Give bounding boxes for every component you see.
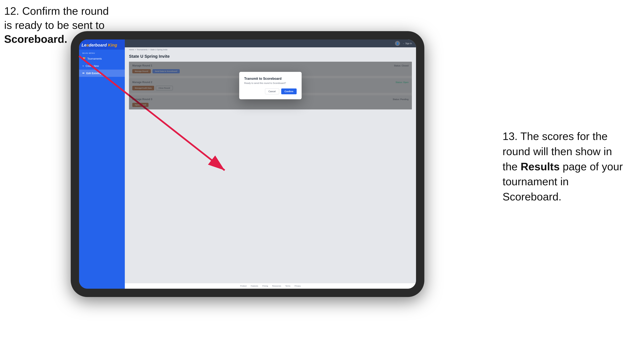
modal-buttons: Cancel Confirm bbox=[244, 88, 296, 94]
tablet-device: Leaderboard King MAIN MENU 🏆 Tournaments… bbox=[71, 31, 424, 297]
footer-privacy[interactable]: Privacy bbox=[294, 285, 301, 287]
sidebar: Leaderboard King MAIN MENU 🏆 Tournaments… bbox=[79, 39, 125, 289]
footer-terms[interactable]: Terms bbox=[286, 285, 290, 287]
modal-confirm-button[interactable]: Confirm bbox=[281, 88, 296, 94]
breadcrumb-sep2: > bbox=[148, 49, 149, 51]
annotation-right-text1: 13. The scores for the round will then s… bbox=[502, 130, 623, 203]
sidebar-item-tournaments[interactable]: 🏆 Tournaments bbox=[79, 55, 125, 62]
tablet-screen: Leaderboard King MAIN MENU 🏆 Tournaments… bbox=[79, 39, 416, 289]
signin-link[interactable]: → Sign In bbox=[402, 42, 412, 45]
page-title: State U Spring Invite bbox=[129, 54, 412, 59]
footer-product[interactable]: Product bbox=[240, 285, 246, 287]
breadcrumb-current: State U Spring Invite bbox=[150, 49, 168, 51]
annotation-top: 12. Confirm the round is ready to be sen… bbox=[4, 4, 109, 46]
modal-overlay: Transmit to Scoreboard Ready to send thi… bbox=[129, 62, 412, 109]
annotation-line1: 12. Confirm the round bbox=[4, 5, 109, 17]
topbar: 👤 → Sign In bbox=[125, 39, 416, 47]
rounds-container: Manage Round 1 Status: Closed Manage Rou… bbox=[129, 62, 412, 109]
footer-resources[interactable]: Resources bbox=[272, 285, 281, 287]
breadcrumb: Home > Tournaments > State U Spring Invi… bbox=[125, 47, 416, 52]
annotation-right: 13. The scores for the round will then s… bbox=[502, 129, 623, 204]
user-avatar: 👤 bbox=[395, 41, 400, 46]
annotation-line3: Scoreboard. bbox=[4, 33, 67, 45]
footer-features[interactable]: Features bbox=[251, 285, 258, 287]
modal-subtitle: Ready to send this round to Scoreboard? bbox=[244, 82, 296, 84]
app-footer: Product Features Pricing Resources Terms… bbox=[125, 283, 416, 289]
sidebar-create-label: Create New bbox=[86, 65, 99, 67]
plus-icon: + bbox=[82, 64, 84, 67]
sidebar-item-edit-existing[interactable]: ✏ Edit Existing bbox=[79, 70, 125, 77]
breadcrumb-sep1: > bbox=[135, 49, 136, 51]
sidebar-item-create-new[interactable]: + Create New bbox=[79, 62, 125, 70]
breadcrumb-tournaments[interactable]: Tournaments bbox=[137, 49, 148, 51]
signin-label: Sign In bbox=[406, 42, 412, 45]
sidebar-edit-label: Edit Existing bbox=[86, 72, 102, 75]
modal-title: Transmit to Scoreboard bbox=[244, 77, 296, 81]
breadcrumb-home[interactable]: Home bbox=[129, 49, 134, 51]
modal-cancel-button[interactable]: Cancel bbox=[265, 88, 279, 94]
main-content: 👤 → Sign In Home > Tournaments > State U… bbox=[125, 39, 416, 289]
sidebar-tournaments-label: Tournaments bbox=[87, 57, 102, 60]
trophy-icon: 🏆 bbox=[82, 57, 86, 60]
annotation-line2: is ready to be sent to bbox=[4, 19, 105, 31]
footer-pricing[interactable]: Pricing bbox=[262, 285, 268, 287]
page-content: State U Spring Invite Manage Round 1 Sta… bbox=[125, 52, 416, 283]
edit-icon: ✏ bbox=[82, 72, 85, 75]
app-container: Leaderboard King MAIN MENU 🏆 Tournaments… bbox=[79, 39, 416, 289]
sidebar-menu-label: MAIN MENU bbox=[79, 50, 125, 55]
modal-dialog: Transmit to Scoreboard Ready to send thi… bbox=[239, 72, 302, 99]
